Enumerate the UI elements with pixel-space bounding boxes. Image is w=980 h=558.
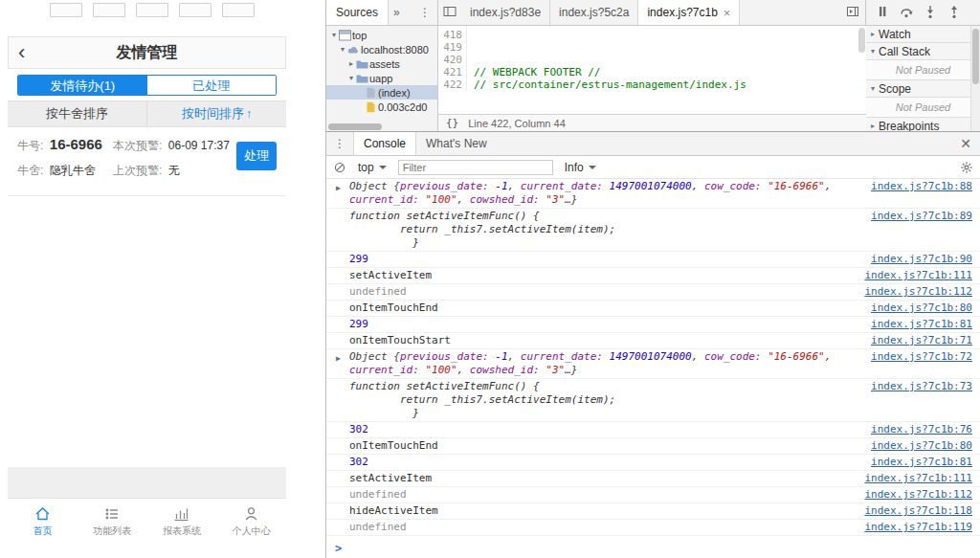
console-prompt-icon[interactable]: > [326,539,980,558]
console-source-link[interactable]: index.js?7c1b:81 [871,456,972,469]
code-line [474,41,746,54]
console-source-link[interactable]: index.js?7c1b:89 [871,210,972,223]
execution-context-selector[interactable]: top [358,161,387,174]
navigator-horizontal-scrollbar[interactable] [328,123,382,130]
list-empty-area [8,196,286,467]
pretty-print-button[interactable]: {} [446,117,458,129]
scrollbar-thumb[interactable] [972,29,979,84]
nav-item-2[interactable]: 报表系统 [147,499,217,544]
page-title: 发情管理 [9,43,285,63]
console-source-link[interactable]: index.js?7c1b:73 [871,380,972,393]
preview-thumbnail[interactable] [136,3,168,17]
console-message-text: onItemTouchStart [349,334,451,346]
object-preview-segment: , [692,350,704,363]
preview-thumbnail[interactable] [222,3,255,17]
tab-sources[interactable]: Sources [326,0,389,25]
folder-icon [356,73,369,84]
tree-item--index-[interactable]: (index) [326,85,437,100]
sidebar-section-scope[interactable]: ▾Scope [866,80,980,98]
console-source-link[interactable]: index.js?7c1b:119 [864,521,972,534]
tree-item-assets[interactable]: ▸assets [326,56,437,71]
function-source-line: } [349,236,972,250]
tab-estrus-todo[interactable]: 发情待办(1) [18,76,147,95]
drawer-menu-icon[interactable]: ⋮ [326,137,353,150]
handle-button[interactable]: 处理 [236,142,277,170]
nav-item-1[interactable]: 功能列表 [78,499,147,544]
panel-toggle-icon[interactable] [443,5,457,21]
tab-whats-new[interactable]: What's New [416,132,497,155]
sort-bar: 按牛舍排序 按时间排序 ↑ [8,100,286,127]
code-editor[interactable]: 418419420421422 // WEBPACK FOOTER //// s… [438,26,866,131]
sidebar-section-breakpoints[interactable]: ▸Breakpoints [866,118,980,131]
file-tab[interactable]: index.js?d83e [461,0,550,25]
console-source-link[interactable]: index.js?7c1b:88 [871,180,972,193]
console-source-link[interactable]: index.js?7c1b:90 [871,253,972,266]
expand-panel-icon[interactable] [846,5,859,21]
editor-scrollbar[interactable] [858,28,865,53]
console-source-link[interactable]: index.js?7c1b:112 [864,488,972,502]
expand-object-icon[interactable]: ▶ [336,182,341,195]
console-source-link[interactable]: index.js?7c1b:71 [871,334,972,347]
sort-by-shed-button[interactable]: 按牛舍排序 [8,101,146,126]
console-source-link[interactable]: index.js?7c1b:72 [871,350,972,364]
sidebar-section-watch[interactable]: ▸Watch [866,26,980,43]
console-source-link[interactable]: index.js?7c1b:76 [871,423,972,436]
console-source-link[interactable]: index.js?7c1b:81 [871,318,972,331]
preview-thumbnail[interactable] [50,3,82,17]
code-line: // src/container/estrus-management/index… [474,78,746,91]
console-source-link[interactable]: index.js?7c1b:111 [864,472,972,485]
expand-object-icon[interactable]: ▶ [336,352,341,366]
sort-by-time-button[interactable]: 按时间排序 ↑ [146,101,286,126]
close-drawer-icon[interactable]: ✕ [951,136,980,151]
preview-thumbnail[interactable] [93,3,125,17]
nav-item-3[interactable]: 个人中心 [216,499,286,544]
tree-item-label: localhost:8080 [361,44,429,56]
tab-console[interactable]: Console [353,132,416,155]
user-icon [242,505,260,523]
step-into-icon[interactable] [923,4,938,22]
tree-collapsed-icon[interactable]: ▸ [346,59,356,68]
close-tab-icon[interactable]: × [724,6,731,20]
function-source-line: return _this7.setActiveItem(item); [349,393,972,407]
pause-script-icon[interactable] [875,4,890,22]
panel-tab-strip: Sources » ⋮ [326,0,438,25]
console-source-link[interactable]: index.js?7c1b:118 [864,504,972,518]
console-message-text[interactable]: Object {previous_date: -1, current_date:… [349,180,831,206]
tab-processed[interactable]: 已处理 [147,76,277,95]
sidebar-section-call-stack[interactable]: ▾Call Stack [866,43,980,60]
console-drawer: ⋮ Console What's New ✕ top Info index.js… [326,131,980,558]
console-message: index.js?7c1b:111setActiveItem [326,471,980,487]
console-message-text[interactable]: Object {previous_date: -1, current_date:… [349,350,831,376]
console-source-link[interactable]: index.js?7c1b:80 [871,439,972,453]
context-label: top [358,161,374,174]
console-filter-input[interactable] [398,160,553,175]
debugger-sidebar: ▸Watch▾Call StackNot Paused▾ScopeNot Pau… [866,26,980,131]
tree-expanded-icon[interactable]: ▾ [338,45,347,54]
nav-item-0[interactable]: 首页 [8,499,78,544]
nav-item-label: 功能列表 [93,525,131,538]
back-icon[interactable]: ‹ [18,43,25,62]
step-over-icon[interactable] [899,4,914,22]
estrus-list-item[interactable]: 牛号: 16-6966 本次预警: 06-09 17:37 牛舍: 隐乳牛舍 上… [8,127,286,196]
tree-expanded-icon[interactable]: ▾ [329,31,339,39]
preview-thumbnail[interactable] [179,3,212,17]
tree-item-localhost-8080[interactable]: ▾localhost:8080 [326,42,437,56]
more-panels-icon[interactable]: » [389,6,405,19]
console-source-link[interactable]: index.js?7c1b:112 [864,285,972,299]
tree-item-top[interactable]: ▾top [326,28,437,42]
devtools-menu-icon[interactable]: ⋮ [412,6,437,19]
file-tab[interactable]: index.js?7c1b× [638,0,740,25]
clear-console-icon[interactable] [333,161,346,174]
object-preview-segment: "16-6966" [768,350,825,363]
console-messages: index.js?7c1b:88Object {previous_date: -… [326,179,980,539]
console-source-link[interactable]: index.js?7c1b:111 [864,269,972,282]
tree-item-uapp[interactable]: ▾uapp [326,71,437,85]
file-tab[interactable]: index.js?5c2a [550,0,638,25]
step-out-icon[interactable] [947,4,962,22]
tree-expanded-icon[interactable]: ▾ [346,74,356,82]
tree-item-0-003c2d0[interactable]: 0.003c2d0 [326,100,437,114]
console-source-link[interactable]: index.js?7c1b:80 [871,301,972,315]
log-level-selector[interactable]: Info [565,161,596,174]
console-message-text: undefined [349,285,407,298]
console-settings-gear-icon[interactable] [960,161,973,174]
